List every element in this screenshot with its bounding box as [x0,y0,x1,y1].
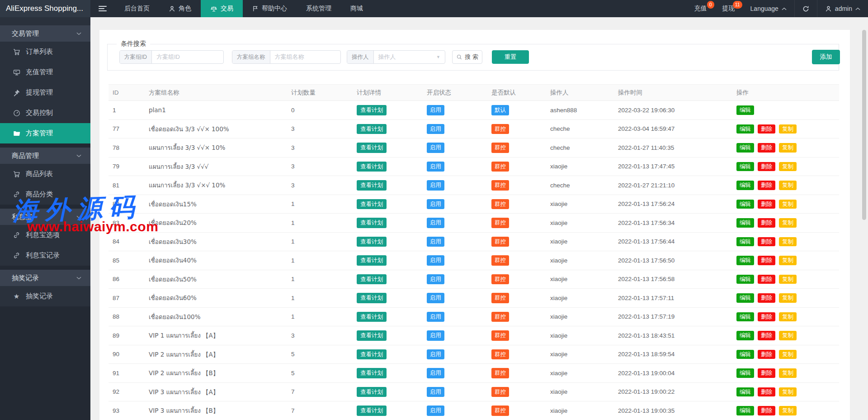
copy-button[interactable]: 复制 [779,162,797,172]
delete-button[interactable]: 删除 [758,331,775,340]
group-control-badge[interactable]: 群控 [491,274,509,285]
delete-button[interactable]: 删除 [758,368,775,378]
group-control-badge[interactable]: 群控 [491,349,509,360]
copy-button[interactable]: 复制 [779,181,797,190]
edit-button[interactable]: 编辑 [736,124,754,134]
reset-button[interactable]: 重置 [492,50,529,64]
group-control-badge[interactable]: 群控 [491,387,509,397]
sidebar-item[interactable]: 充值管理 [0,62,90,82]
group-control-badge[interactable]: 群控 [491,199,509,210]
view-plan-button[interactable]: 查看计划 [357,124,387,134]
status-enabled-button[interactable]: 启用 [427,105,444,115]
edit-button[interactable]: 编辑 [736,200,754,209]
group-control-badge[interactable]: 群控 [491,406,509,416]
sidebar-item[interactable]: 方案管理 [0,123,90,143]
search-button[interactable]: 搜 索 [452,50,482,64]
status-enabled-button[interactable]: 启用 [427,406,444,416]
operator-select[interactable]: 操作人 ▼ [374,51,445,63]
copy-button[interactable]: 复制 [779,406,797,415]
view-plan-button[interactable]: 查看计划 [357,368,387,378]
delete-button[interactable]: 删除 [758,124,775,134]
status-enabled-button[interactable]: 启用 [427,218,444,228]
edit-button[interactable]: 编辑 [736,143,754,153]
view-plan-button[interactable]: 查看计划 [357,406,387,416]
edit-button[interactable]: 编辑 [736,256,754,265]
edit-button[interactable]: 编辑 [736,105,754,115]
copy-button[interactable]: 复制 [779,218,797,228]
group-control-badge[interactable]: 群控 [491,162,509,172]
status-enabled-button[interactable]: 启用 [427,162,444,172]
menu-toggle-icon[interactable] [90,0,115,17]
edit-button[interactable]: 编辑 [736,218,754,228]
delete-button[interactable]: 删除 [758,293,775,303]
nav-item-6[interactable]: 商城 [341,0,373,17]
language-menu[interactable]: Language [743,0,794,17]
group-control-badge[interactable]: 群控 [491,237,509,247]
status-enabled-button[interactable]: 启用 [427,124,444,134]
edit-button[interactable]: 编辑 [736,406,754,415]
status-enabled-button[interactable]: 启用 [427,330,444,341]
copy-button[interactable]: 复制 [779,124,797,134]
sidebar-item[interactable]: 交易控制 [0,103,90,123]
sidebar-item[interactable]: 订单列表 [0,42,90,62]
status-enabled-button[interactable]: 启用 [427,293,444,303]
copy-button[interactable]: 复制 [779,256,797,265]
copy-button[interactable]: 复制 [779,312,797,322]
view-plan-button[interactable]: 查看计划 [357,218,387,228]
group-control-badge[interactable]: 群控 [491,330,509,341]
view-plan-button[interactable]: 查看计划 [357,387,387,397]
plan-group-id-input[interactable]: 方案组ID [152,51,223,63]
group-control-badge[interactable]: 群控 [491,218,509,228]
edit-button[interactable]: 编辑 [736,181,754,190]
view-plan-button[interactable]: 查看计划 [357,312,387,322]
copy-button[interactable]: 复制 [779,293,797,303]
nav-item-3[interactable]: 交易 [201,0,243,17]
copy-button[interactable]: 复制 [779,143,797,153]
edit-button[interactable]: 编辑 [736,331,754,340]
edit-button[interactable]: 编辑 [736,162,754,172]
sidebar-item[interactable]: 商品列表 [0,164,90,184]
operator-field[interactable]: 操作人 操作人 ▼ [347,50,445,64]
delete-button[interactable]: 删除 [758,143,775,153]
sidebar-group-header[interactable]: 商品管理 [0,148,90,164]
edit-button[interactable]: 编辑 [736,312,754,322]
status-enabled-button[interactable]: 启用 [427,199,444,210]
nav-item-4[interactable]: 帮助中心 [243,0,297,17]
view-plan-button[interactable]: 查看计划 [357,255,387,266]
status-enabled-button[interactable]: 启用 [427,274,444,285]
group-control-badge[interactable]: 群控 [491,180,509,191]
nav-item-1[interactable]: 后台首页 [115,0,159,17]
group-control-badge[interactable]: 群控 [491,293,509,303]
status-enabled-button[interactable]: 启用 [427,143,444,153]
edit-button[interactable]: 编辑 [736,387,754,397]
sidebar-item[interactable]: 提现管理 [0,82,90,103]
view-plan-button[interactable]: 查看计划 [357,274,387,285]
copy-button[interactable]: 复制 [779,331,797,340]
sidebar-item[interactable]: 利息宝选项 [0,225,90,245]
edit-button[interactable]: 编辑 [736,368,754,378]
sidebar-group-header[interactable]: 交易管理 [0,25,90,42]
group-control-badge[interactable]: 群控 [491,143,509,153]
edit-button[interactable]: 编辑 [736,275,754,284]
view-plan-button[interactable]: 查看计划 [357,105,387,115]
edit-button[interactable]: 编辑 [736,293,754,303]
sidebar-item[interactable]: 商品分类 [0,184,90,205]
status-enabled-button[interactable]: 启用 [427,312,444,322]
copy-button[interactable]: 复制 [779,350,797,359]
delete-button[interactable]: 删除 [758,275,775,284]
admin-menu[interactable]: admin [817,0,868,17]
view-plan-button[interactable]: 查看计划 [357,349,387,360]
status-enabled-button[interactable]: 启用 [427,387,444,397]
view-plan-button[interactable]: 查看计划 [357,237,387,247]
status-enabled-button[interactable]: 启用 [427,368,444,378]
edit-button[interactable]: 编辑 [736,237,754,247]
sidebar-group-header[interactable]: 利息宝 [0,209,90,225]
view-plan-button[interactable]: 查看计划 [357,293,387,303]
recharge-button[interactable]: 充值 0 [687,0,715,17]
scrollbar-track[interactable] [860,17,868,420]
group-control-badge[interactable]: 群控 [491,124,509,134]
delete-button[interactable]: 删除 [758,162,775,172]
edit-button[interactable]: 编辑 [736,350,754,359]
copy-button[interactable]: 复制 [779,200,797,209]
sidebar-item[interactable]: ★抽奖记录 [0,286,90,306]
